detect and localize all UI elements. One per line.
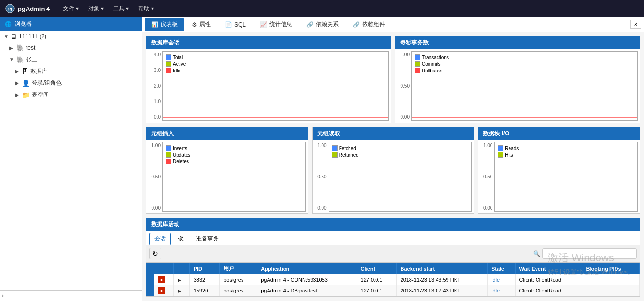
tps-legend: Transactions Commits Rollbacks <box>415 54 449 74</box>
menu-tools[interactable]: 工具 ▾ <box>109 3 133 15</box>
search-icon: 🔍 <box>533 250 540 257</box>
tuple-out-chart-area: Fetched Returned <box>329 142 472 212</box>
tree-toggle[interactable]: ▶ <box>15 80 21 86</box>
activity-header: 数据库活动 <box>146 218 640 231</box>
tree-item-login-roles[interactable]: ▶ 👤 登录/组角色 <box>0 77 142 89</box>
tab-dependents[interactable]: 🔗 依赖组件 <box>347 18 391 31</box>
app-title: pgAdmin 4 <box>18 5 50 12</box>
cell-wait-event: Client: ClientRead <box>515 285 582 296</box>
cell-backend-start: 2018-11-23 13:07:43 HKT <box>396 285 487 296</box>
row-stop-btn[interactable]: ■ <box>154 285 174 296</box>
tablespace-icon: 📁 <box>22 91 30 99</box>
cell-state: idle <box>487 274 515 285</box>
legend-commits: Commits <box>415 61 449 67</box>
chart-row-2: 元组插入 1.00 0.50 0.00 Inserts <box>146 127 640 214</box>
block-io-y-axis: 1.00 0.50 0.00 <box>480 142 494 212</box>
row-play-btn[interactable]: ▶ <box>174 274 189 285</box>
col-controls3 <box>174 263 189 274</box>
tab-statistics[interactable]: 📈 统计信息 <box>254 18 298 31</box>
col-pid: PID <box>189 263 220 274</box>
cell-blocking-pids <box>582 274 639 285</box>
col-backend-start: Backend start <box>396 263 487 274</box>
activity-tabs: 会话 锁 准备事务 <box>146 231 640 245</box>
tree-toggle[interactable]: ▼ <box>4 34 9 39</box>
activity-toolbar: ↻ 🔍 <box>146 245 640 263</box>
chevron-down-icon: ▾ <box>126 5 129 12</box>
row-indicator <box>146 285 154 296</box>
tab-dependencies[interactable]: 🔗 依赖关系 <box>300 18 345 31</box>
main-layout: 🌐 浏览器 ▼ 🖥 111111 (2) ▶ 🐘 test ▼ <box>0 17 644 301</box>
legend-inserts: Inserts <box>166 145 190 151</box>
tree-item-server-group[interactable]: ▼ 🖥 111111 (2) <box>0 31 142 42</box>
sidebar-header: 🌐 浏览器 <box>0 17 142 31</box>
menu-bar: 文件 ▾ 对象 ▾ 工具 ▾ 帮助 ▾ <box>59 3 158 15</box>
dependents-icon: 🔗 <box>353 21 360 28</box>
tab-dashboard[interactable]: 📊 仪表板 <box>145 18 184 31</box>
server-icon: 🐘 <box>16 56 24 63</box>
browser-icon: 🌐 <box>5 21 12 27</box>
tps-y-axis: 1.00 0.50 0.00 <box>397 51 411 121</box>
tuple-in-header: 元组插入 <box>146 127 308 140</box>
sidebar: 🌐 浏览器 ▼ 🖥 111111 (2) ▶ 🐘 test ▼ <box>0 17 142 301</box>
tree-toggle[interactable]: ▶ <box>9 45 15 51</box>
tree-item-databases[interactable]: ▶ 🗄 数据库 <box>0 65 142 77</box>
col-controls <box>146 263 154 274</box>
activity-table: PID 用户 Application Client Backend start … <box>146 263 640 296</box>
tps-header: 每秒事务数 <box>395 36 640 49</box>
row-play-btn[interactable]: ▶ <box>174 285 189 296</box>
db-sessions-panel: 数据库会话 4.0 3.0 2.0 1.0 0.0 <box>146 36 391 123</box>
content-area: 📊 仪表板 ⚙ 属性 📄 SQL 📈 统计信息 🔗 依赖关系 🔗 依赖组件 <box>142 17 644 301</box>
legend-transactions: Transactions <box>415 54 449 60</box>
tuple-out-panel: 元组读取 1.00 0.50 0.00 Fetched <box>312 127 474 214</box>
tps-chart-area: Transactions Commits Rollbacks <box>411 51 638 121</box>
tps-panel: 每秒事务数 1.00 0.50 0.00 Transac <box>395 36 640 123</box>
db-sessions-header: 数据库会话 <box>146 36 391 49</box>
activity-tab-sessions[interactable]: 会话 <box>149 233 171 245</box>
legend-deletes: Deletes <box>166 159 190 164</box>
cell-client: 127.0.0.1 <box>357 285 396 296</box>
statistics-icon: 📈 <box>260 21 267 28</box>
cell-user: postgres <box>220 274 257 285</box>
server-group-icon: 🖥 <box>10 33 17 40</box>
chevron-down-icon: ▾ <box>101 5 104 12</box>
activity-tab-prepared[interactable]: 准备事务 <box>191 233 224 245</box>
cell-application: pgAdmin 4 - DB:posTest <box>257 285 357 296</box>
sidebar-bottom-toggle[interactable]: › <box>0 290 142 301</box>
legend-idle: Idle <box>166 68 186 73</box>
cell-wait-event: Client: ClientRead <box>515 274 582 285</box>
refresh-button[interactable]: ↻ <box>149 248 161 259</box>
tab-properties[interactable]: ⚙ 属性 <box>186 18 217 31</box>
activity-tab-locks[interactable]: 锁 <box>173 233 189 245</box>
tree-item-zhangsan[interactable]: ▼ 🐘 张三 <box>0 53 142 65</box>
tuple-out-header: 元组读取 <box>313 127 474 140</box>
row-stop-btn[interactable]: ■ <box>154 274 174 285</box>
tree-item-test[interactable]: ▶ 🐘 test <box>0 42 142 53</box>
chart-row-1: 数据库会话 4.0 3.0 2.0 1.0 0.0 <box>146 36 640 123</box>
legend-active: Active <box>166 61 186 67</box>
col-state: State <box>487 263 515 274</box>
legend-returned: Returned <box>332 152 358 158</box>
block-io-body: 1.00 0.50 0.00 Reads <box>478 140 640 213</box>
tuple-out-body: 1.00 0.50 0.00 Fetched <box>313 140 474 213</box>
tab-sql[interactable]: 📄 SQL <box>219 18 252 31</box>
menu-file[interactable]: 文件 ▾ <box>59 3 82 15</box>
dashboard-icon: 📊 <box>151 21 158 28</box>
database-icon: 🗄 <box>22 68 28 75</box>
menu-help[interactable]: 帮助 ▾ <box>134 3 158 15</box>
search-input[interactable] <box>542 248 637 259</box>
table-row: ■ ▶ 3832 postgres pgAdmin 4 - CONN:59310… <box>146 274 640 285</box>
tuple-in-legend: Inserts Updates Deletes <box>166 145 190 165</box>
db-sessions-chart-area: Total Active Idle <box>162 51 389 121</box>
close-tab-button[interactable]: ✕ <box>630 20 641 29</box>
col-client: Client <box>357 263 396 274</box>
activity-table-body: ■ ▶ 3832 postgres pgAdmin 4 - CONN:59310… <box>146 274 640 296</box>
tree-toggle[interactable]: ▶ <box>15 69 21 74</box>
server-icon: 🐘 <box>16 44 24 52</box>
tree-item-tablespaces[interactable]: ▶ 📁 表空间 <box>0 89 142 101</box>
legend-updates: Updates <box>166 152 190 158</box>
menu-object[interactable]: 对象 ▾ <box>84 3 107 15</box>
tree-toggle[interactable]: ▼ <box>9 57 15 62</box>
legend-reads: Reads <box>498 145 519 151</box>
table-row: ■ ▶ 15920 postgres pgAdmin 4 - DB:posTes… <box>146 285 640 296</box>
tree-toggle[interactable]: ▶ <box>15 92 21 97</box>
